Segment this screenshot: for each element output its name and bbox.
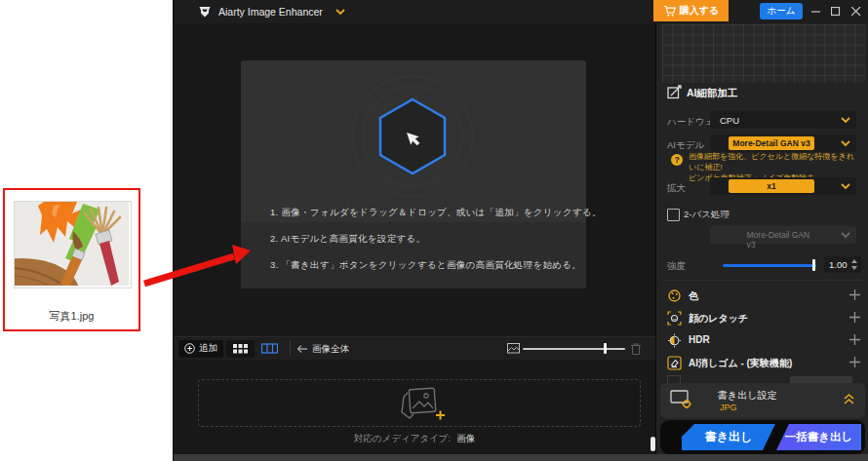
instruction-step-2: 2. AIモデルと高画質化を設定する。 <box>270 225 602 251</box>
buy-button[interactable]: 購入する <box>653 0 729 21</box>
ai-detail-icon <box>667 85 682 99</box>
maximize-button[interactable] <box>829 6 843 18</box>
source-image-frame: 写真1.jpg <box>3 188 140 331</box>
strength-label: 強度 <box>667 260 686 273</box>
color-icon <box>667 288 682 303</box>
section-ai-eraser[interactable]: AI消しゴム - (実験機能) <box>656 353 868 375</box>
chevron-down-icon <box>841 232 850 239</box>
model-hint-line1: 画像細部を強化、ピクセルと微細な特徴をきれいに補正! <box>689 151 856 173</box>
export-settings-label: 書き出し設定 <box>718 389 776 403</box>
help-icon[interactable]: ? <box>671 154 683 166</box>
ai-model-dropdown[interactable]: More-Detail GAN v3 <box>710 134 856 152</box>
strength-slider-handle[interactable] <box>812 259 815 271</box>
export-format-value: JPG <box>720 403 737 412</box>
media-toolbar: 追加 <box>174 336 655 360</box>
panel-divider <box>662 280 863 281</box>
chevron-down-icon <box>841 140 850 147</box>
scale-dropdown[interactable]: x1 <box>710 177 856 195</box>
stepper-arrows-icon[interactable] <box>850 258 858 271</box>
ai-detail-section-title: AI細部加工 <box>687 87 738 100</box>
face-retouch-icon <box>667 311 682 326</box>
zoom-image-icon <box>507 343 520 354</box>
supported-media-value: 画像 <box>456 433 475 443</box>
scale-label: 拡大 <box>667 182 686 195</box>
paint-brushes-illustration <box>15 202 129 286</box>
thumbnail-zoom-slider-handle[interactable] <box>604 343 607 354</box>
app-menu-chevron-icon[interactable] <box>335 9 345 16</box>
titlebar: Aiarty Image Enhancer 購入する ホーム <box>174 0 868 23</box>
filmstrip-view-icon <box>261 343 278 354</box>
two-pass-checkbox[interactable] <box>667 209 680 221</box>
batch-export-button[interactable]: 一括書き出し <box>776 424 861 450</box>
add-circle-icon <box>184 343 195 354</box>
section-face-retouch[interactable]: 顔のレタッチ <box>656 308 868 330</box>
export-button[interactable]: 書き出し <box>682 424 775 450</box>
filmstrip-view-button[interactable] <box>256 340 284 358</box>
hdr-icon <box>667 333 682 348</box>
section-label: AI消しゴム - (実験機能) <box>689 357 792 370</box>
screenshot-root: 写真1.jpg Aiarty Image Enhancer 購入する <box>0 0 868 461</box>
chevron-down-icon <box>841 183 850 190</box>
expand-plus-icon[interactable] <box>848 356 861 368</box>
supported-media-label: 対応のメディアタイプ: <box>354 433 451 443</box>
buy-button-label: 購入する <box>680 4 719 18</box>
app-title: Aiarty Image Enhancer <box>218 6 323 18</box>
hardware-dropdown[interactable]: CPU <box>710 111 856 129</box>
drop-hexagon-cursor-icon <box>339 68 486 205</box>
workspace: 1. 画像・フォルダをドラッグ＆ドロップ、或いは「追加」をクリックする。 2. … <box>174 23 655 454</box>
settings-panel: AI細部加工 ハードウェア CPU AIモデル More-Detail GAN … <box>655 23 868 454</box>
media-import-area[interactable] <box>198 379 641 427</box>
add-button-label: 追加 <box>199 342 217 355</box>
two-pass-label: 2-パス処理 <box>684 209 730 221</box>
thumbnail-zoom-slider[interactable] <box>523 348 625 350</box>
batch-export-button-label: 一括書き出し <box>785 430 853 444</box>
instruction-step-1: 1. 画像・フォルダをドラッグ＆ドロップ、或いは「追加」をクリックする。 <box>270 199 602 225</box>
collapse-chevrons-icon[interactable] <box>843 393 855 405</box>
grid-view-button[interactable] <box>226 340 255 358</box>
ai-model-value: More-Detail GAN v3 <box>729 136 814 150</box>
back-arrow-icon[interactable] <box>296 344 308 354</box>
strength-value-box[interactable]: 1.00 <box>824 256 861 273</box>
chevron-down-icon <box>841 117 850 124</box>
home-button-label: ホーム <box>768 5 796 18</box>
window-bottom-edge <box>174 454 868 461</box>
cart-icon <box>663 5 676 18</box>
drop-zone[interactable]: 1. 画像・フォルダをドラッグ＆ドロップ、或いは「追加」をクリックする。 2. … <box>241 60 586 288</box>
export-settings-card[interactable]: 書き出し設定 JPG <box>660 383 865 418</box>
section-label: 顔のレタッチ <box>689 312 748 326</box>
source-image-thumbnail <box>14 201 132 288</box>
source-filename: 写真1.jpg <box>5 309 138 324</box>
export-button-label: 書き出し <box>705 429 753 445</box>
export-settings-icon <box>670 390 693 411</box>
hardware-value: CPU <box>720 115 739 126</box>
strength-value: 1.00 <box>829 259 848 270</box>
minimize-button[interactable] <box>809 6 823 18</box>
section-label: HDR <box>689 334 710 345</box>
expand-plus-icon[interactable] <box>848 333 861 346</box>
add-images-icon <box>394 383 445 424</box>
toolbar-divider <box>290 341 291 355</box>
scale-value: x1 <box>729 179 814 193</box>
transparency-checkerboard <box>662 24 865 83</box>
instruction-step-3: 3. 「書き出す」ボタンをクリックすると画像の高画質化処理を始める。 <box>270 251 602 278</box>
strength-slider[interactable] <box>723 264 816 267</box>
app-logo-icon <box>197 4 213 19</box>
section-color[interactable]: 色 <box>656 286 868 308</box>
expand-plus-icon[interactable] <box>848 288 861 301</box>
app-window: Aiarty Image Enhancer 購入する ホーム <box>174 0 868 461</box>
view-mode-label: 画像全体 <box>312 343 349 356</box>
grid-view-icon <box>233 344 248 354</box>
section-hdr[interactable]: HDR <box>656 330 868 353</box>
home-button[interactable]: ホーム <box>760 3 803 19</box>
expand-plus-icon[interactable] <box>848 311 861 324</box>
section-label: 色 <box>689 289 698 303</box>
two-pass-model-value: More-Detail GAN v3 <box>747 230 820 250</box>
add-button[interactable]: 追加 <box>178 340 223 358</box>
instruction-steps: 1. 画像・フォルダをドラッグ＆ドロップ、或いは「追加」をクリックする。 2. … <box>270 199 602 278</box>
trash-icon[interactable] <box>630 342 642 356</box>
export-button-bar: 書き出し 一括書き出し <box>660 420 865 454</box>
ai-eraser-icon <box>667 356 682 370</box>
supported-media-caption: 対応のメディアタイプ:画像 <box>174 433 655 445</box>
close-button[interactable] <box>849 6 863 18</box>
two-pass-model-dropdown[interactable]: More-Detail GAN v3 <box>710 226 856 244</box>
